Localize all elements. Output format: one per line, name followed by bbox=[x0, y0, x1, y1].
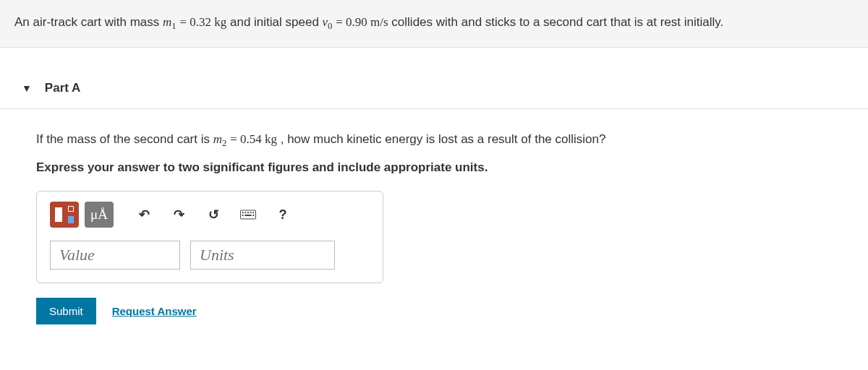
units-picker-button[interactable]: μÅ bbox=[85, 202, 114, 228]
part-body: If the mass of the second cart is m2 = 0… bbox=[0, 109, 868, 340]
reset-icon: ↺ bbox=[208, 207, 219, 223]
redo-icon: ↷ bbox=[174, 207, 184, 223]
svg-rect-7 bbox=[244, 215, 251, 216]
input-row bbox=[50, 241, 370, 270]
m2-symbol: m bbox=[213, 132, 222, 146]
svg-rect-8 bbox=[252, 215, 254, 216]
value-input[interactable] bbox=[50, 241, 180, 270]
eq-2: = bbox=[336, 15, 346, 29]
template-icon-bot bbox=[68, 216, 74, 223]
request-answer-link[interactable]: Request Answer bbox=[112, 305, 197, 317]
m1-subscript: 1 bbox=[171, 21, 176, 31]
template-icon-top bbox=[68, 206, 74, 212]
undo-button[interactable]: ↶ bbox=[129, 202, 158, 228]
reset-button[interactable]: ↺ bbox=[199, 202, 228, 228]
svg-rect-3 bbox=[247, 212, 249, 214]
v0-value: 0.90 m/s bbox=[346, 15, 388, 29]
svg-rect-1 bbox=[242, 212, 244, 214]
question-pre: If the mass of the second cart is bbox=[36, 132, 213, 146]
problem-statement: An air-track cart with mass m1 = 0.32 kg… bbox=[0, 0, 868, 48]
svg-rect-5 bbox=[252, 212, 254, 214]
template-icon bbox=[55, 207, 62, 222]
eq-1: = bbox=[179, 15, 190, 29]
actions-row: Submit Request Answer bbox=[36, 298, 832, 324]
units-input[interactable] bbox=[190, 241, 335, 270]
templates-button[interactable] bbox=[50, 202, 79, 228]
answer-box: μÅ ↶ ↷ ↺ ? bbox=[36, 191, 383, 283]
question-post: , how much kinetic energy is lost as a r… bbox=[281, 132, 606, 146]
svg-rect-2 bbox=[244, 212, 246, 214]
collapse-caret-icon[interactable]: ▼ bbox=[22, 82, 32, 94]
problem-text-1: An air-track cart with mass bbox=[14, 15, 163, 29]
svg-rect-4 bbox=[250, 212, 252, 214]
help-icon: ? bbox=[279, 207, 287, 223]
problem-text-3: collides with and sticks to a second car… bbox=[391, 15, 723, 29]
m2-subscript: 2 bbox=[222, 138, 226, 148]
m1-symbol: m bbox=[163, 15, 171, 29]
part-header[interactable]: ▼ Part A bbox=[0, 68, 868, 109]
question-text: If the mass of the second cart is m2 = 0… bbox=[36, 129, 832, 151]
svg-rect-6 bbox=[242, 215, 244, 216]
m1-value: 0.32 kg bbox=[190, 15, 226, 29]
keyboard-button[interactable] bbox=[234, 202, 263, 228]
answer-instruction: Express your answer to two significant f… bbox=[36, 160, 832, 175]
help-button[interactable]: ? bbox=[268, 202, 297, 228]
equation-toolbar: μÅ ↶ ↷ ↺ ? bbox=[50, 202, 370, 228]
part-title: Part A bbox=[45, 81, 80, 95]
redo-button[interactable]: ↷ bbox=[164, 202, 193, 228]
problem-text-2: and initial speed bbox=[230, 15, 323, 29]
eq-3: = bbox=[230, 132, 240, 146]
submit-button[interactable]: Submit bbox=[36, 298, 96, 324]
keyboard-icon bbox=[240, 210, 256, 220]
undo-icon: ↶ bbox=[139, 207, 150, 223]
v0-subscript: 0 bbox=[328, 21, 332, 31]
m2-value: 0.54 kg bbox=[240, 132, 277, 146]
v0-symbol: v bbox=[323, 15, 328, 29]
